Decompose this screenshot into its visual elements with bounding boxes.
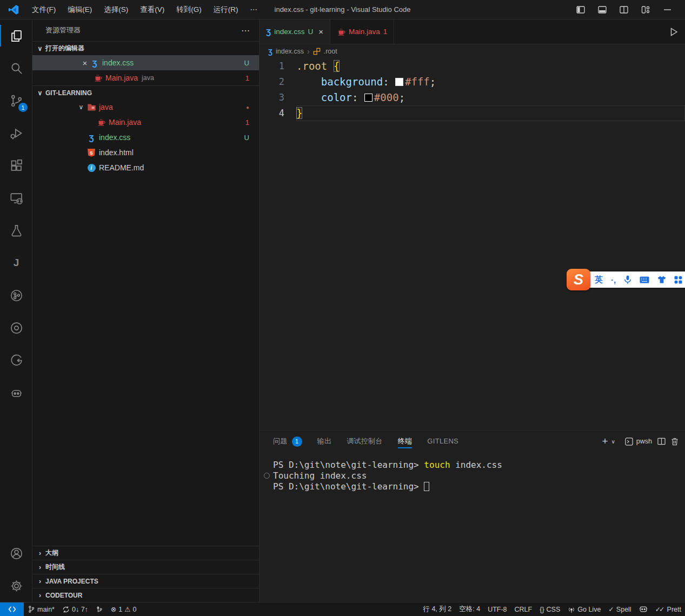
spell-checker[interactable]: ✓ Spell [604,604,635,615]
encoding[interactable]: UTF-8 [484,604,510,615]
vscode-logo-icon [8,4,19,16]
robot-status[interactable] [635,604,651,615]
panel-tab-output[interactable]: 输出 [317,430,332,452]
problem-count-badge: 1 [245,74,249,82]
open-editor-index-css[interactable]: × Ʒ index.css U [32,55,259,70]
split-terminal-icon[interactable] [657,438,666,445]
git-status-badge: U [244,59,249,67]
ime-punctuation-icon[interactable]: ·, [611,275,616,284]
tree-file-index-css[interactable]: Ʒ index.css U [32,130,259,145]
panel-tab-debug-console[interactable]: 调试控制台 [347,430,383,452]
testing-flask-icon[interactable] [0,214,32,247]
explorer-sidebar: 资源管理器 ⋯ ∨ 打开的编辑器 × Ʒ index.css U Main.ja… [32,19,260,602]
problem-count-badge: 1 [245,118,249,127]
gitlens-status[interactable] [92,604,107,615]
menu-run[interactable]: 运行(R) [208,3,244,17]
ime-language-mode[interactable]: 英 [595,275,603,285]
search-icon[interactable] [0,52,32,84]
open-editor-main-java[interactable]: Main.java java 1 [32,70,259,85]
color-swatch-black[interactable] [364,94,373,102]
terminal-instance-pwsh[interactable]: pwsh [625,438,652,446]
problems-badge: 1 [292,436,302,447]
toggle-panel-icon[interactable] [594,3,610,17]
close-icon[interactable]: × [318,27,323,36]
tab-main-java[interactable]: Main.java 1 [330,19,394,44]
sync-icon [62,606,70,613]
cursor-position[interactable]: 行 4, 列 2 [419,604,455,615]
code-editor[interactable]: 1 .root { 2 background: #fff; 3 color: #… [260,58,685,430]
remote-explorer-icon[interactable] [0,182,32,214]
panel-tab-problems[interactable]: 问题 1 [273,430,302,452]
tree-file-index-html[interactable]: 5 index.html [32,145,259,160]
open-editors-header[interactable]: ∨ 打开的编辑器 [32,41,259,55]
tree-folder-java[interactable]: ∨ java ● [32,100,259,115]
menu-edit[interactable]: 编辑(E) [62,3,98,17]
menu-file[interactable]: 文件(F) [26,3,62,17]
java-extension-icon[interactable]: J [0,247,32,279]
section-java-projects[interactable]: › JAVA PROJECTS [32,574,259,588]
record-circle-icon[interactable] [0,312,32,344]
account-icon[interactable] [0,537,32,569]
extensions-icon[interactable] [0,149,32,182]
run-file-icon[interactable] [667,25,681,39]
git-graph-icon[interactable] [0,344,32,376]
sync-status[interactable]: 0↓ 7↑ [58,604,92,615]
workspace-root-header[interactable]: ∨ GIT-LEARNING [32,85,259,100]
new-terminal-icon[interactable]: + [602,435,608,447]
terminal-output[interactable]: PS D:\git\note\git-learning> touch index… [260,452,685,492]
indentation[interactable]: 空格: 4 [455,604,484,615]
language-mode[interactable]: {} CSS [536,604,564,615]
remote-indicator[interactable] [0,602,24,616]
menu-view[interactable]: 查看(V) [134,3,170,17]
menu-goto[interactable]: 转到(G) [170,3,208,17]
go-live[interactable]: Go Live [564,604,604,615]
settings-gear-icon[interactable] [0,569,32,602]
section-codetour[interactable]: › CODETOUR [32,588,259,602]
ime-skin-tshirt-icon[interactable] [657,276,666,284]
menu-overflow[interactable]: ⋯ [244,3,264,17]
robot-face-icon[interactable] [0,376,32,409]
warning-icon: ⚠ [124,605,130,613]
branch-status[interactable]: main* [24,604,58,615]
gitlens-sidebar-icon[interactable] [0,279,32,312]
terminal-line: PS D:\git\note\git-learning> touch index… [273,460,685,471]
minimize-icon[interactable] [659,3,675,17]
problems-status[interactable]: ⊗ 1 ⚠ 0 [107,604,141,615]
terminal-cursor [424,482,429,491]
tab-index-css[interactable]: Ʒ index.css U × [260,19,330,44]
css-file-icon: Ʒ [266,28,271,36]
kill-terminal-trash-icon[interactable] [671,438,679,446]
sogou-logo[interactable]: S [567,269,590,290]
code-line-4-current: 4 } [260,105,685,121]
breadcrumb-file[interactable]: index.css [276,48,304,55]
more-actions-icon[interactable]: ⋯ [241,25,250,36]
section-timeline[interactable]: › 时间线 [32,560,259,574]
customize-layout-icon[interactable] [637,3,654,17]
ime-toolbox-grid-icon[interactable] [674,276,682,284]
toggle-sidebar-icon[interactable] [573,3,589,17]
prettier-status[interactable]: ✓✓ Prett [651,604,685,615]
split-editor-icon[interactable] [616,3,632,17]
source-control-icon[interactable]: 1 [0,84,32,117]
terminal-line: Touching index.css [273,471,685,481]
command-decoration-circle[interactable] [264,473,270,479]
explorer-title: 资源管理器 [45,25,81,35]
explorer-icon[interactable] [0,19,32,52]
eol-sequence[interactable]: CRLF [511,604,536,615]
breadcrumb-symbol[interactable]: .root [324,48,337,55]
ime-keyboard-icon[interactable] [640,276,649,283]
problem-count-badge: 1 [383,28,388,36]
color-swatch-white[interactable] [395,78,403,86]
terminal-dropdown-icon[interactable]: ∨ [611,439,615,445]
ime-mic-icon[interactable] [624,275,631,284]
editor-group: Ʒ index.css U × Main.java 1 Ʒ index.css … [260,19,685,602]
menu-selection[interactable]: 选择(S) [98,3,134,17]
tree-file-main-java[interactable]: Main.java 1 [32,115,259,130]
tree-file-readme[interactable]: i README.md [32,160,259,175]
close-icon[interactable]: × [80,58,90,68]
section-outline[interactable]: › 大纲 [32,546,259,560]
run-debug-icon[interactable] [0,117,32,149]
panel-tab-gitlens[interactable]: GITLENS [427,430,458,452]
panel-tab-terminal[interactable]: 终端 [398,430,413,452]
check-icon: ✓ [608,605,614,613]
